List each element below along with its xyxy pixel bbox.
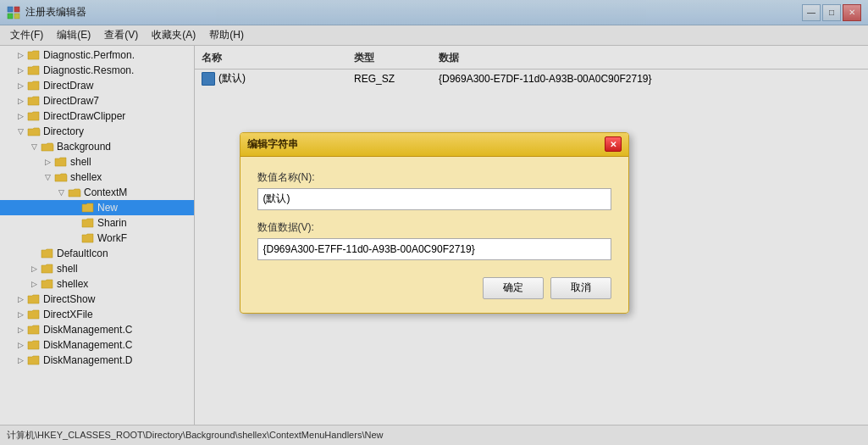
- dialog-body: 数值名称(N): 数值数据(V): 确定 取消: [240, 157, 628, 313]
- dialog-overlay: 编辑字符串 ✕ 数值名称(N): 数值数据(V): 确定 取消: [0, 0, 868, 445]
- dialog-titlebar: 编辑字符串 ✕: [240, 133, 628, 157]
- ok-button[interactable]: 确定: [483, 277, 544, 299]
- name-label: 数值名称(N):: [257, 170, 611, 185]
- data-input[interactable]: [257, 238, 611, 260]
- edit-string-dialog: 编辑字符串 ✕ 数值名称(N): 数值数据(V): 确定 取消: [240, 132, 629, 314]
- dialog-title: 编辑字符串: [247, 137, 298, 152]
- cancel-button[interactable]: 取消: [550, 277, 611, 299]
- dialog-buttons: 确定 取消: [257, 277, 611, 299]
- data-label: 数值数据(V):: [257, 220, 611, 235]
- name-input[interactable]: [257, 188, 611, 210]
- dialog-close-button[interactable]: ✕: [605, 136, 622, 152]
